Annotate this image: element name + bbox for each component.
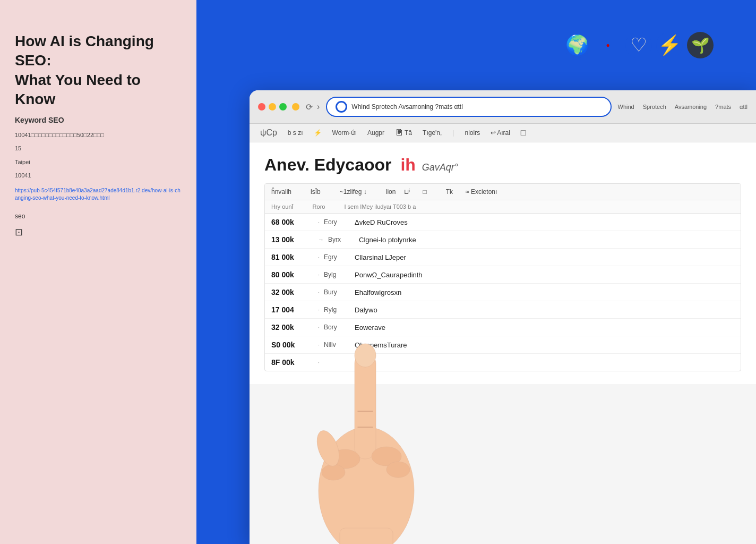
tag-icon: ⊡ [15, 226, 182, 238]
nav-tab-tiger[interactable]: Tıge'n, [423, 129, 442, 137]
nav-tabs: ψCp b s zı ⚡ Worm·ứı Augpr 🖹 Tā Tıge'n, … [250, 124, 756, 142]
th-4[interactable]: lion [386, 188, 396, 196]
icon-2: ● [595, 32, 621, 58]
nav-tab-end: □ [521, 128, 526, 138]
toolbar-item-2: Sprotech [643, 104, 666, 110]
th-3[interactable]: ~1zlifeg ↓ [340, 188, 367, 196]
article-subtitle: Keyword SEO [15, 116, 182, 124]
page-title: Anev. Edycaoor ih [264, 155, 416, 175]
nav-tab-worm[interactable]: Worm·ứı [332, 129, 357, 137]
toolbar-item-3: Avsamoning [675, 104, 707, 110]
browser-toolbar-extras: Whind Sprotech Avsamoning ?mats αttl [618, 104, 748, 110]
nav-icon-1: ⟳ [306, 102, 313, 112]
toolbar-item-1: Whind [618, 104, 634, 110]
svg-rect-2 [355, 353, 376, 459]
row-1-name: ΔvkeD RuCroves [355, 218, 734, 226]
meta-number: 15 [15, 144, 182, 154]
table-subheader: Hry ounĪ Roro I sem IMey iludyaı T003 b … [265, 200, 741, 214]
traffic-light-extra [292, 103, 299, 110]
traffic-light-green[interactable] [279, 103, 287, 110]
svg-point-7 [386, 462, 410, 478]
table-row: 68 00k · Eory ΔvkeD RuCroves [265, 214, 741, 231]
icon-4: ⚡ [656, 32, 683, 58]
meta-code: 10041 [15, 171, 182, 181]
nav-tab-ta[interactable]: 🖹 Tā [395, 128, 412, 138]
top-icons: 🌍 ● ♡ ⚡ 🌱 [564, 32, 714, 58]
right-area: 🌍 ● ♡ ⚡ 🌱 ⟳ › Whind Sprotech Avsamoning … [196, 0, 756, 544]
th-8[interactable]: ≈ Excietonı [466, 188, 497, 196]
sh-1: Hry ounĪ [271, 203, 294, 210]
nav-tab-nloirs[interactable]: nloirs [465, 129, 480, 137]
nav-buttons: ⟳ › [306, 102, 320, 112]
nav-tab-sep: | [452, 129, 454, 137]
article-url[interactable]: https://pub-5c454f571b8e40a3a2aad27ade84… [15, 187, 182, 202]
page-subtitle: GavAqr° [422, 162, 458, 173]
row-1-type: Eory [324, 218, 350, 226]
sh-2: Roro [313, 203, 325, 210]
browser-window: ⟳ › Whind Sprotech Avsamoning ?mats αttl… [250, 90, 756, 544]
table-header: ĥnvalih lsĪb ~1zlifeg ↓ lion ⊔ʲ □ Tk ≈ E… [265, 184, 741, 200]
meta-info: 10041□□□□□□□□□□□□□50□22□□□ [15, 131, 182, 140]
nav-arrow[interactable]: › [317, 102, 320, 112]
traffic-light-yellow[interactable] [269, 103, 276, 110]
icon-1: 🌍 [564, 32, 590, 58]
traffic-light-red[interactable] [258, 103, 265, 110]
page-title-highlight: ih [400, 155, 415, 174]
browser-chrome: ⟳ › Whind Sprotech Avsamoning ?mats αttl… [250, 90, 756, 124]
svg-point-6 [322, 464, 345, 480]
th-1[interactable]: ĥnvalih [271, 188, 291, 196]
th-5: ⊔ʲ [404, 188, 410, 196]
th-2[interactable]: lsĪb [311, 188, 321, 196]
nav-tab-augpr[interactable]: Augpr [367, 129, 384, 137]
svg-rect-1 [340, 528, 393, 544]
sh-3: I sem IMey iludyaı T003 b a [344, 203, 416, 210]
address-bar[interactable]: Whind Sprotech Avsamoning ?mats αttl [326, 97, 611, 117]
th-7[interactable]: Tk [446, 188, 453, 196]
nav-tab-2[interactable]: b s zı [288, 129, 303, 137]
browser-logo [336, 101, 347, 113]
hand-overlay [292, 236, 441, 544]
tag-label: seo [15, 212, 182, 220]
th-6: □ [423, 188, 426, 196]
meta-city: Taipei [15, 158, 182, 167]
toolbar-item-5: αttl [740, 104, 748, 110]
traffic-lights [258, 103, 299, 110]
left-panel: How AI is Changing SEO: What You Need to… [0, 0, 196, 544]
row-1-metric: 68 00k [271, 218, 314, 226]
article-title: How AI is Changing SEO: What You Need to… [15, 32, 182, 109]
icon-5: 🌱 [687, 32, 714, 58]
icon-3: ♡ [625, 32, 652, 58]
address-text: Whind Sprotech Avsamoning ?mats αttl [351, 103, 602, 110]
nav-tab-icon-1[interactable]: ψCp [260, 128, 277, 138]
svg-point-3 [355, 344, 376, 367]
toolbar-item-4: ?mats [715, 104, 731, 110]
page-title-area: Anev. Edycaoor ih GavAqr° [264, 155, 741, 175]
nav-tab-3[interactable]: ⚡ [314, 129, 322, 137]
row-1-arrow: · [318, 219, 320, 225]
nav-tab-aural[interactable]: ↩Aıral [491, 129, 510, 137]
